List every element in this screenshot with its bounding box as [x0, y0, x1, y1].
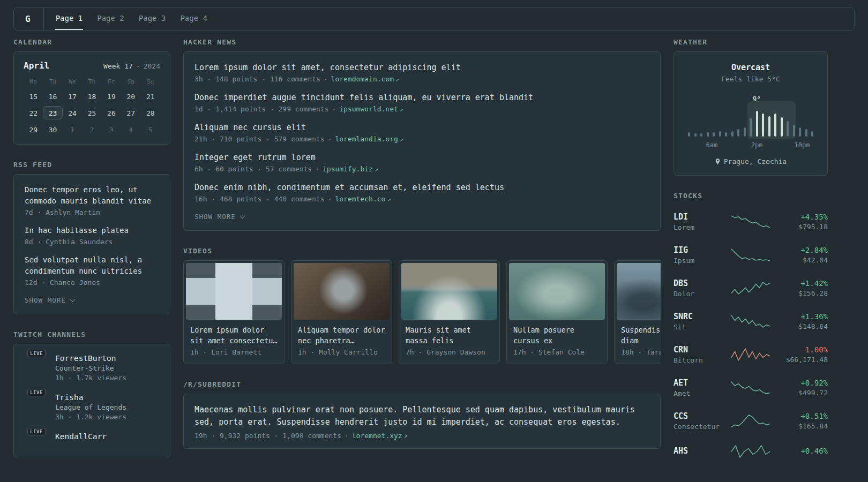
hn-item: Lorem ipsum dolor sit amet, consectetur …	[194, 62, 649, 83]
hn-item-meta-text: 21h · 710 points · 579 comments	[194, 135, 325, 143]
stock-row[interactable]: LDI Lorem +4.35% $795.18	[674, 205, 828, 238]
post-domain-link[interactable]: loremnet.xyz ↗	[352, 432, 408, 440]
weather-bar	[700, 133, 702, 137]
stock-sparkline	[729, 414, 772, 428]
hn-domain-link[interactable]: loremdomain.com ↗	[331, 75, 400, 83]
channel-name[interactable]: KendallCarr	[55, 432, 107, 441]
video-title: Suspendisse sagittis diam	[621, 325, 661, 346]
rss-item-title[interactable]: In hac habitasse platea	[25, 225, 159, 236]
weather-chart: 9° 6am2pm10pm	[688, 106, 813, 149]
rss-item-title[interactable]: Sed volutpat nulla nisl, a condimentum n…	[25, 254, 159, 277]
stock-row[interactable]: CRN Bitcorn -1.00% $66,171.48	[674, 338, 828, 371]
live-badge: LIVE	[27, 389, 46, 396]
dashboard: CALENDAR April Week 17 · 2024 MoTuWeThFr…	[0, 31, 868, 481]
page-tab[interactable]: Page 2	[96, 7, 125, 30]
stock-row[interactable]: AET Amet +0.92% $499.72	[674, 371, 828, 404]
post-title[interactable]: Maecenas mollis pulvinar erat non posuer…	[194, 404, 649, 428]
hn-domain-link[interactable]: loremlandia.org ↗	[335, 135, 403, 143]
stock-symbol: CCS	[674, 411, 729, 421]
location-pin-icon	[715, 158, 721, 165]
rss-item-meta-text: 7d · Ashlyn Martin	[25, 208, 100, 216]
stock-name: Amet	[674, 389, 729, 397]
weather-feels-like: Feels like 5°C	[684, 75, 818, 83]
day-header: Su	[141, 78, 160, 85]
hn-item-title[interactable]: Donec imperdiet augue tincidunt felis al…	[194, 92, 649, 103]
logo[interactable]: G	[14, 7, 44, 30]
calendar-header: April Week 17 · 2024	[24, 61, 160, 71]
hn-domain-link[interactable]: loremtech.co ↗	[335, 195, 391, 203]
external-link-icon: ↗	[400, 136, 403, 142]
widget-title: RSS FEED	[13, 161, 170, 169]
separator: ·	[324, 75, 328, 83]
calendar-day: 26	[102, 106, 121, 119]
twitch-channel-row[interactable]: LIVE KendallCarr	[25, 432, 159, 442]
hn-item-title[interactable]: Donec enim nibh, condimentum et accumsan…	[194, 182, 649, 193]
show-more-button[interactable]: SHOW MORE	[25, 295, 74, 308]
show-more-label: SHOW MORE	[25, 296, 66, 304]
calendar-day: 5	[141, 123, 160, 136]
twitch-channel-row[interactable]: LIVE Trisha League of Legends 3h · 1.2k …	[25, 393, 159, 421]
page-tabs: Page 1Page 2Page 3Page 4	[55, 7, 221, 30]
video-card[interactable]: Suspendisse sagittis diam 18h · Tara	[614, 260, 661, 364]
hn-domain-link[interactable]: ipsumify.biz ↗	[323, 165, 378, 173]
stock-symbol: AHS	[674, 446, 729, 456]
separator: ·	[315, 165, 319, 173]
video-card[interactable]: Aliquam tempor dolor nec pharetra… 1h · …	[291, 260, 392, 364]
calendar-day: 17	[63, 89, 82, 103]
hn-item-title[interactable]: Lorem ipsum dolor sit amet, consectetur …	[194, 62, 649, 73]
stock-row[interactable]: SNRC Sit +1.36% $148.64	[674, 305, 828, 338]
stock-symbol: SNRC	[674, 312, 729, 321]
rss-item: Donec tempor eros leo, ut commodo mauris…	[25, 184, 159, 216]
calendar-year: 2024	[144, 62, 160, 70]
video-card[interactable]: Mauris sit amet massa felis 7h · Grayson…	[399, 260, 500, 364]
stock-row[interactable]: CCS Consectetur +0.51% $165.84	[674, 404, 828, 438]
twitch-channel-row[interactable]: LIVE ForrestBurton Counter-Strike 1h · 1…	[25, 354, 159, 382]
hn-item-title[interactable]: Aliquam nec cursus elit	[194, 122, 649, 133]
calendar-day: 19	[102, 89, 121, 103]
stock-sparkline	[729, 248, 772, 262]
stock-price: $165.84	[772, 422, 828, 430]
video-card[interactable]: Nullam posuere cursus ex 17h · Stefan Co…	[506, 260, 608, 364]
weather-bar	[744, 127, 746, 137]
stock-change: +4.35%	[772, 213, 828, 221]
page-tab[interactable]: Page 1	[55, 7, 84, 30]
stock-name: Dolor	[674, 290, 729, 298]
stock-values: +0.46%	[772, 447, 828, 457]
widget-title: CALENDAR	[13, 38, 170, 46]
hn-domain-link[interactable]: ipsumworld.net ↗	[339, 105, 403, 113]
domain-text: loremlandia.org	[335, 135, 398, 143]
widget-title: VIDEOS	[183, 247, 661, 255]
weather-bar	[811, 131, 813, 137]
calendar-widget: CALENDAR April Week 17 · 2024 MoTuWeThFr…	[13, 38, 170, 145]
stock-price: $499.72	[772, 389, 828, 397]
channel-name[interactable]: Trisha	[55, 393, 126, 402]
external-link-icon: ↗	[387, 196, 391, 202]
stocks-list: LDI Lorem +4.35% $795.18 IIG Ipsum	[674, 205, 828, 465]
channel-meta: 1h · 1.7k viewers	[55, 374, 126, 382]
stock-sparkline	[729, 281, 772, 295]
video-title: Mauris sit amet massa felis	[406, 325, 493, 346]
channel-name[interactable]: ForrestBurton	[55, 354, 126, 363]
stock-id: CCS Consectetur	[674, 411, 729, 431]
day-header: Tu	[43, 78, 62, 85]
calendar-month: April	[24, 61, 49, 71]
rss-item-title[interactable]: Donec tempor eros leo, ut commodo mauris…	[25, 184, 159, 207]
weather-bar	[756, 111, 758, 137]
live-badge: LIVE	[27, 350, 46, 357]
hn-item-title[interactable]: Integer eget rutrum lorem	[194, 152, 649, 163]
page-tab[interactable]: Page 4	[179, 7, 208, 30]
show-more-button[interactable]: SHOW MORE	[194, 212, 244, 225]
stock-price: $156.28	[772, 289, 828, 297]
page-tab[interactable]: Page 3	[138, 7, 167, 30]
stock-row[interactable]: AHS +0.46%	[674, 438, 828, 465]
stock-values: +4.35% $795.18	[772, 213, 828, 231]
calendar-day: 3	[102, 123, 121, 136]
channel-game: Counter-Strike	[55, 364, 126, 372]
stock-row[interactable]: DBS Dolor +1.42% $156.28	[674, 272, 828, 305]
video-meta: 17h · Stefan Cole	[513, 348, 601, 356]
hn-item: Integer eget rutrum lorem 6h · 60 points…	[194, 152, 649, 173]
twitch-channel-info: KendallCarr	[55, 432, 107, 442]
video-card[interactable]: Lorem ipsum dolor sit amet consectetu… 1…	[183, 260, 285, 364]
stock-row[interactable]: IIG Ipsum +2.84% $42.04	[674, 238, 828, 272]
stock-name: Lorem	[674, 223, 729, 231]
